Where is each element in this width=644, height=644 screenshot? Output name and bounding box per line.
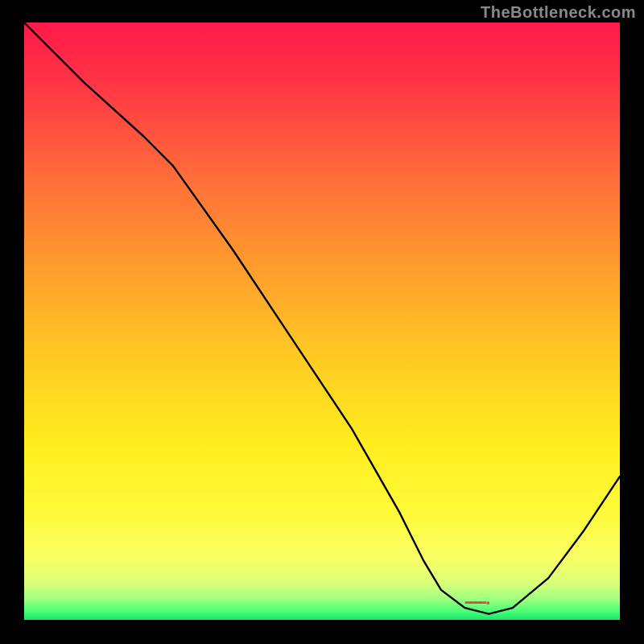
optimal-marker: ━━━━ • [465,596,488,608]
attribution-label: TheBottleneck.com [481,3,636,22]
plot-area: ━━━━ • [24,23,620,620]
bottleneck-curve [24,23,620,620]
chart-container: TheBottleneck.com ━━━━ • [0,0,644,644]
